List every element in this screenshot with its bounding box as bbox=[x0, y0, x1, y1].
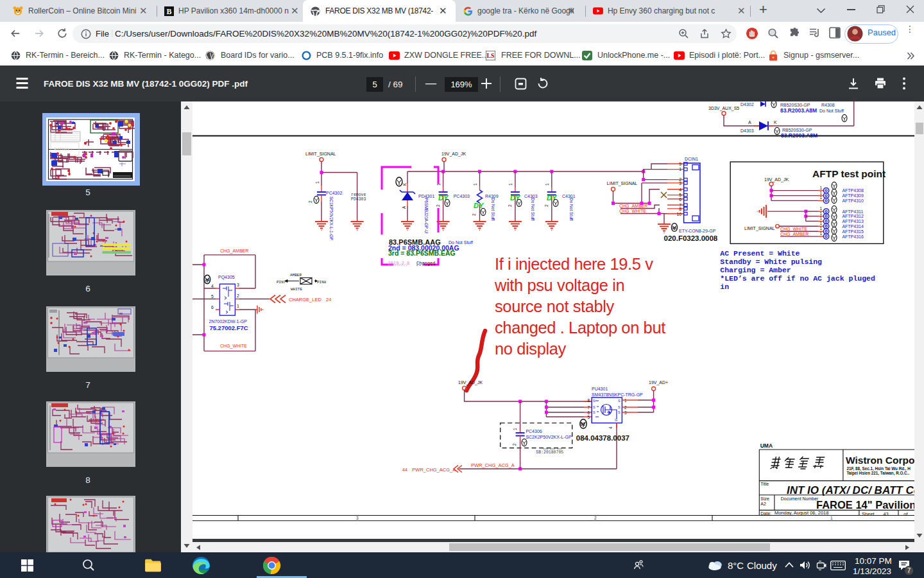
svg-text:084.04378.0037: 084.04378.0037 bbox=[576, 434, 629, 442]
svg-text:PC4302: PC4302 bbox=[326, 191, 342, 195]
svg-text:2N7002KDW-1-GP: 2N7002KDW-1-GP bbox=[209, 319, 248, 324]
svg-text:2: 2 bbox=[472, 213, 476, 216]
svg-text:3rd = 83.P6SMB.EAG: 3rd = 83.P6SMB.EAG bbox=[388, 249, 456, 257]
svg-text:LIMIT_SIGNAL: LIMIT_SIGNAL bbox=[305, 152, 336, 157]
svg-text:1: 1 bbox=[819, 186, 822, 190]
svg-text:D4303: D4303 bbox=[740, 128, 754, 133]
svg-text:5: 5 bbox=[587, 415, 590, 419]
svg-text:1: 1 bbox=[315, 181, 320, 184]
svg-text:RB520S30-GP: RB520S30-GP bbox=[782, 128, 812, 132]
svg-text:1: 1 bbox=[819, 226, 822, 231]
svg-text:Do Not Stuff: Do Not Stuff bbox=[569, 198, 574, 220]
svg-text:93: 93 bbox=[672, 226, 677, 230]
svg-text:8: 8 bbox=[587, 398, 590, 403]
svg-text:1: 1 bbox=[819, 231, 822, 236]
svg-text:19V_AD_JK: 19V_AD_JK bbox=[458, 380, 483, 385]
svg-text:CHG_AMBER: CHG_AMBER bbox=[780, 232, 809, 237]
svg-text:020.F0323.0008: 020.F0323.0008 bbox=[664, 234, 718, 242]
svg-text:Standby = White pulsing: Standby = White pulsing bbox=[720, 258, 822, 266]
svg-text:DY: DY bbox=[547, 194, 558, 202]
svg-text:G: G bbox=[615, 418, 617, 422]
svg-text:8: 8 bbox=[85, 475, 90, 485]
svg-text:with psu voltage in: with psu voltage in bbox=[494, 276, 624, 294]
svg-text:Changed: Changed bbox=[416, 261, 435, 266]
svg-text:Do Not Stuff: Do Not Stuff bbox=[819, 109, 844, 113]
svg-text:in: in bbox=[720, 283, 729, 291]
svg-text:R4308: R4308 bbox=[821, 103, 835, 107]
svg-text:1: 1 bbox=[819, 206, 822, 211]
svg-text:AFTP4314: AFTP4314 bbox=[842, 224, 864, 229]
svg-text:P6SMBJ20A-GP-U: P6SMBJ20A-GP-U bbox=[424, 198, 429, 234]
svg-text:1: 1 bbox=[830, 516, 833, 520]
svg-text:3D3V_AUX_S5: 3D3V_AUX_S5 bbox=[708, 106, 739, 111]
svg-text:5: 5 bbox=[211, 294, 214, 299]
svg-text:RB520S30-GP: RB520S30-GP bbox=[780, 103, 810, 107]
svg-text:K: K bbox=[402, 182, 407, 186]
svg-text:LIMIT_SIGNAL: LIMIT_SIGNAL bbox=[744, 226, 775, 231]
svg-text:43: 43 bbox=[883, 511, 888, 517]
svg-text:AMBER: AMBER bbox=[290, 273, 302, 277]
svg-text:SM4378NSKPC-TRG-GP: SM4378NSKPC-TRG-GP bbox=[592, 392, 643, 397]
svg-text:7: 7 bbox=[907, 567, 911, 574]
svg-text:24: 24 bbox=[326, 297, 331, 302]
svg-text:2: 2 bbox=[308, 200, 312, 203]
svg-text:2: 2 bbox=[237, 293, 239, 298]
svg-text:Title: Title bbox=[760, 482, 769, 486]
svg-text:6: 6 bbox=[211, 305, 214, 310]
svg-text:5: 5 bbox=[85, 188, 90, 197]
svg-text:ETY-CON8-29-GP: ETY-CON8-29-GP bbox=[679, 229, 716, 233]
svg-text:1: 1 bbox=[237, 304, 239, 308]
svg-text:WHITE: WHITE bbox=[291, 287, 302, 292]
svg-text:3: 3 bbox=[356, 516, 359, 520]
svg-text:2018.2.8: 2018.2.8 bbox=[388, 261, 410, 266]
svg-text:UMA: UMA bbox=[760, 442, 773, 449]
svg-text:10: 10 bbox=[676, 212, 681, 216]
svg-text:CHG_AMBER: CHG_AMBER bbox=[220, 249, 248, 254]
svg-text:of: of bbox=[903, 511, 908, 517]
svg-text:2: 2 bbox=[544, 204, 549, 207]
svg-text:AFTP4309: AFTP4309 bbox=[842, 193, 864, 198]
svg-text:1: 1 bbox=[819, 216, 822, 220]
svg-text:CHG_WHITE: CHG_WHITE bbox=[619, 209, 646, 214]
svg-text:CHG_WHITE: CHG_WHITE bbox=[780, 227, 807, 232]
svg-text:DY: DY bbox=[510, 194, 521, 202]
svg-text:d9: d9 bbox=[205, 278, 210, 282]
svg-text:AFTP4316: AFTP4316 bbox=[842, 234, 864, 239]
svg-text:3: 3 bbox=[679, 181, 681, 186]
svg-text:8: 8 bbox=[679, 207, 681, 211]
svg-text:remove: remove bbox=[351, 193, 366, 197]
svg-text:RATING-L: RATING-L bbox=[54, 147, 73, 152]
svg-text:6: 6 bbox=[679, 197, 681, 202]
svg-text:2: 2 bbox=[594, 516, 597, 520]
svg-text:AC Present = White: AC Present = White bbox=[720, 249, 800, 258]
svg-text:Wistron Corpor: Wistron Corpor bbox=[846, 455, 914, 466]
svg-text:PQ4305: PQ4305 bbox=[218, 275, 235, 280]
svg-text:PD4303: PD4303 bbox=[351, 197, 366, 202]
svg-text:DCIN1: DCIN1 bbox=[685, 157, 698, 161]
svg-text:PIN7: PIN7 bbox=[277, 280, 286, 285]
svg-text:2: 2 bbox=[512, 443, 517, 446]
svg-text:1: 1 bbox=[473, 183, 477, 186]
svg-text:1: 1 bbox=[819, 195, 822, 200]
svg-text:1: 1 bbox=[545, 183, 549, 186]
svg-text:PU4301: PU4301 bbox=[592, 387, 608, 391]
svg-text:K: K bbox=[774, 120, 777, 125]
svg-text:1: 1 bbox=[508, 183, 513, 186]
svg-text:3: 3 bbox=[237, 283, 239, 287]
svg-text:9: 9 bbox=[679, 162, 681, 166]
svg-text:PIN8: PIN8 bbox=[317, 280, 327, 285]
svg-text:S: S bbox=[618, 405, 620, 409]
svg-text:Sheet: Sheet bbox=[862, 511, 875, 517]
svg-text:SC1KP50V2KX-L-1-GP: SC1KP50V2KX-L-1-GP bbox=[329, 197, 334, 240]
svg-text:S: S bbox=[618, 410, 620, 414]
svg-text:AFTP4313: AFTP4313 bbox=[842, 219, 864, 223]
svg-text:1: 1 bbox=[819, 211, 822, 216]
svg-text:Charging = Amber: Charging = Amber bbox=[720, 266, 791, 274]
svg-text:6: 6 bbox=[85, 284, 90, 293]
svg-text:1: 1 bbox=[679, 167, 681, 171]
svg-text:Taipei Hsien 221, Taiwan, R.O.: Taipei Hsien 221, Taiwan, R.O.C.. bbox=[846, 471, 909, 476]
svg-text:1: 1 bbox=[436, 183, 441, 186]
svg-text:83.R2003.A8M: 83.R2003.A8M bbox=[780, 107, 817, 114]
svg-text:AFTP test point: AFTP test point bbox=[812, 168, 886, 179]
svg-text:2: 2 bbox=[436, 204, 440, 207]
